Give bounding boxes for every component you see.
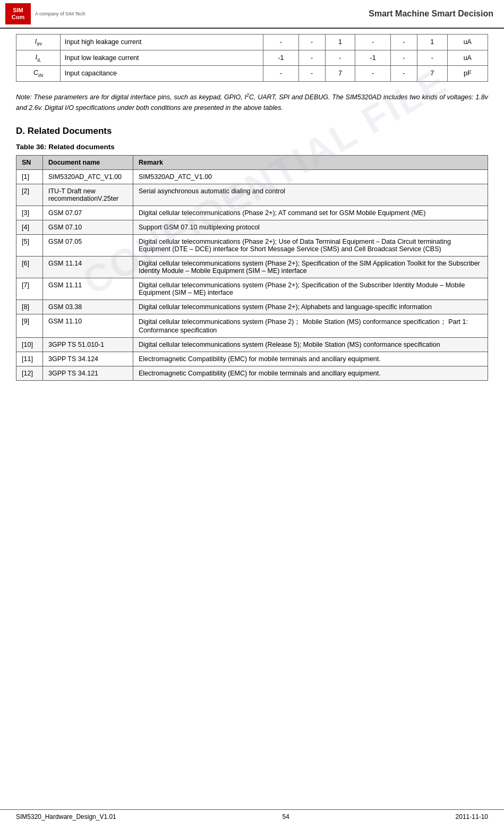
sn-cell: [3] xyxy=(16,206,43,220)
col-remark: Remark xyxy=(133,155,488,169)
doc-table-header: SN Document name Remark xyxy=(16,155,488,169)
doc-name-cell: GSM 11.11 xyxy=(43,278,133,300)
list-item: [6]GSM 11.14Digital cellular telecommuni… xyxy=(16,256,488,278)
sn-cell: [6] xyxy=(16,256,43,278)
remark-cell: Digital cellular telecommunications syst… xyxy=(133,278,488,300)
sn-cell: [8] xyxy=(16,300,43,314)
doc-name-cell: GSM 03.38 xyxy=(43,300,133,314)
symbol-cell: CIN xyxy=(16,66,61,82)
table-row: CINInput capacitance--7--7pF xyxy=(16,66,488,82)
remark-cell: Support GSM 07.10 multiplexing protocol xyxy=(133,220,488,234)
data-cell: - xyxy=(263,66,299,82)
remark-cell: Digital cellular telecommunications (Pha… xyxy=(133,234,488,256)
page-header: SIMCom A company of SIM Tech Smart Machi… xyxy=(0,0,504,29)
symbol-cell: IIL xyxy=(16,50,61,66)
doc-name-cell: SIM5320AD_ATC_V1.00 xyxy=(43,169,133,184)
documents-table: SN Document name Remark [1]SIM5320AD_ATC… xyxy=(16,155,488,381)
list-item: [2]ITU-T Draft new recommendationV.25ter… xyxy=(16,184,488,206)
logo-area: SIMCom A company of SIM Tech xyxy=(5,3,85,24)
list-item: [12]3GPP TS 34.121Electromagnetic Compat… xyxy=(16,366,488,380)
table-caption: Table 36: Related documents xyxy=(16,143,488,151)
remark-cell: SIM5320AD_ATC_V1.00 xyxy=(133,169,488,184)
data-cell: 1 xyxy=(325,35,355,50)
remark-cell: Electromagnetic Compatibility (EMC) for … xyxy=(133,366,488,380)
doc-name-cell: GSM 07.05 xyxy=(43,234,133,256)
remark-cell: Serial asynchronous automatic dialing an… xyxy=(133,184,488,206)
description-cell: Input capacitance xyxy=(60,66,263,82)
sn-cell: [1] xyxy=(16,169,43,184)
data-cell: - xyxy=(298,50,325,66)
main-content: IIHInput high leakage current--1--1uAIIL… xyxy=(0,29,504,391)
note-section: Note: These parameters are for digital i… xyxy=(16,91,488,113)
logo-text: SIMCom xyxy=(12,7,24,21)
doc-name-cell: ITU-T Draft new recommendationV.25ter xyxy=(43,184,133,206)
page: SIMCom A company of SIM Tech Smart Machi… xyxy=(0,0,504,829)
list-item: [10]3GPP TS 51.010-1Digital cellular tel… xyxy=(16,337,488,352)
data-cell: 7 xyxy=(325,66,355,82)
sn-cell: [7] xyxy=(16,278,43,300)
data-cell: -1 xyxy=(355,50,391,66)
list-item: [8]GSM 03.38Digital cellular telecommuni… xyxy=(16,300,488,314)
doc-name-cell: GSM 07.10 xyxy=(43,220,133,234)
remark-cell: Digital cellular telecommunications (Pha… xyxy=(133,206,488,220)
footer-left: SIM5320_Hardware_Design_V1.01 xyxy=(16,813,116,821)
list-item: [11]3GPP TS 34.124Electromagnetic Compat… xyxy=(16,352,488,366)
description-cell: Input low leakage current xyxy=(60,50,263,66)
doc-name-cell: 3GPP TS 34.124 xyxy=(43,352,133,366)
remark-cell: Digital cellular telecommunications syst… xyxy=(133,314,488,337)
company-sub: A company of SIM Tech xyxy=(35,11,85,16)
list-item: [4]GSM 07.10Support GSM 07.10 multiplexi… xyxy=(16,220,488,234)
data-cell: -1 xyxy=(263,50,299,66)
description-cell: Input high leakage current xyxy=(60,35,263,50)
note-text: Note: These parameters are for digital i… xyxy=(16,93,488,112)
page-footer: SIM5320_Hardware_Design_V1.01 54 2011-11… xyxy=(0,809,504,824)
sn-cell: [5] xyxy=(16,234,43,256)
doc-name-cell: GSM 11.14 xyxy=(43,256,133,278)
data-cell: - xyxy=(390,35,417,50)
doc-name-cell: 3GPP TS 34.121 xyxy=(43,366,133,380)
header-title: Smart Machine Smart Decision xyxy=(369,9,493,19)
sn-cell: [12] xyxy=(16,366,43,380)
list-item: [3]GSM 07.07Digital cellular telecommuni… xyxy=(16,206,488,220)
remark-cell: Electromagnetic Compatibility (EMC) for … xyxy=(133,352,488,366)
list-item: [1]SIM5320AD_ATC_V1.00SIM5320AD_ATC_V1.0… xyxy=(16,169,488,184)
logo-box: SIMCom xyxy=(5,3,31,24)
data-cell: - xyxy=(390,50,417,66)
col-doc-name: Document name xyxy=(43,155,133,169)
remark-cell: Digital cellular telecommunications syst… xyxy=(133,300,488,314)
doc-name-cell: 3GPP TS 51.010-1 xyxy=(43,337,133,352)
data-cell: - xyxy=(355,66,391,82)
data-cell: - xyxy=(298,35,325,50)
data-cell: 7 xyxy=(417,66,447,82)
remark-cell: Digital cellular telecommunications syst… xyxy=(133,337,488,352)
sn-cell: [9] xyxy=(16,314,43,337)
symbol-cell: IIH xyxy=(16,35,61,50)
unit-cell: pF xyxy=(447,66,488,82)
footer-center: 54 xyxy=(283,813,289,821)
data-cell: - xyxy=(263,35,299,50)
data-cell: - xyxy=(325,50,355,66)
remark-cell: Digital cellular telecommunications syst… xyxy=(133,256,488,278)
col-sn: SN xyxy=(16,155,43,169)
unit-cell: uA xyxy=(447,35,488,50)
sn-cell: [10] xyxy=(16,337,43,352)
data-cell: - xyxy=(355,35,391,50)
list-item: [5]GSM 07.05Digital cellular telecommuni… xyxy=(16,234,488,256)
footer-right: 2011-11-10 xyxy=(456,813,488,821)
data-cell: - xyxy=(298,66,325,82)
data-cell: 1 xyxy=(417,35,447,50)
data-cell: - xyxy=(417,50,447,66)
doc-name-cell: GSM 11.10 xyxy=(43,314,133,337)
sn-cell: [4] xyxy=(16,220,43,234)
unit-cell: uA xyxy=(447,50,488,66)
electrical-params-table: IIHInput high leakage current--1--1uAIIL… xyxy=(16,34,488,82)
table-row: IILInput low leakage current-1---1--uA xyxy=(16,50,488,66)
doc-name-cell: GSM 07.07 xyxy=(43,206,133,220)
list-item: [7]GSM 11.11Digital cellular telecommuni… xyxy=(16,278,488,300)
data-cell: - xyxy=(390,66,417,82)
section-d-heading: D. Related Documents xyxy=(16,126,488,136)
table-row: IIHInput high leakage current--1--1uA xyxy=(16,35,488,50)
list-item: [9]GSM 11.10Digital cellular telecommuni… xyxy=(16,314,488,337)
sn-cell: [2] xyxy=(16,184,43,206)
sn-cell: [11] xyxy=(16,352,43,366)
